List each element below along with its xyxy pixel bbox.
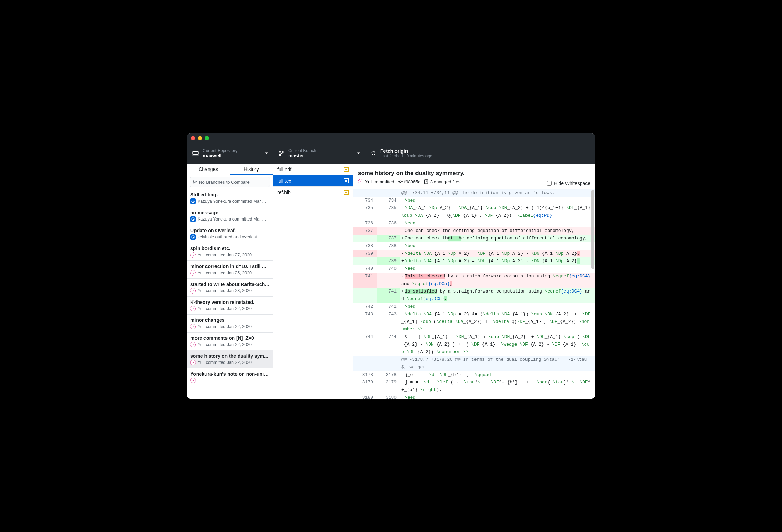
commit-item-meta [190,378,269,383]
commit-item[interactable]: minor changesYuji committed Jan 22, 2020 [187,315,273,332]
commit-item[interactable]: minor correction in d=10. I still do...Y… [187,261,273,279]
diff-line: 31793179 j_m = \d \left( - \tau'\, \DF^-… [353,379,595,394]
svg-rect-0 [193,151,198,154]
commit-item-title: K-theory version reinstated. [190,299,269,305]
commit-item-title: more comments on [N]_Z=0 [190,335,269,341]
diff-line: 740740 \eeq [353,265,595,273]
file-item[interactable]: ref.bib [273,187,353,198]
branch-label: Current Branch [288,148,316,153]
file-item[interactable]: full.pdf [273,164,353,175]
svg-point-5 [193,180,194,181]
commit-item-title: some history on the duality sym... [190,353,269,359]
chevron-down-icon [357,153,360,154]
diff-line: 744744 & = ( \DF_{A_1} - \DN_{A_1} ) \cu… [353,333,595,356]
commit-item-meta: Yuji committed Jan 25, 2020 [190,270,269,276]
commit-item-meta: Yuji committed Jan 22, 2020 [190,342,269,347]
commit-item-meta: Yuji committed Jan 22, 2020 [190,324,269,329]
commit-item[interactable]: spin bordism etc.Yuji committed Jan 27, … [187,243,273,261]
sync-icon [371,151,376,156]
sidebar-tabs: Changes History [187,164,273,175]
diff-line: 741+is satisfied by a straightforward co… [353,288,595,303]
repo-value: maxwell [203,153,238,158]
commit-item-meta: Yuji committed Jan 23, 2020 [190,288,269,294]
svg-point-3 [279,154,281,156]
diff-line: 31803180 \eeq [353,394,595,399]
commit-item-meta: kelvinsie authored and overleaf … [190,234,269,240]
branch-selector[interactable]: Current Branch master [273,143,365,164]
fetch-status: Last fetched 10 minutes ago [380,154,432,158]
diff-line: 734734 \beq [353,197,595,204]
file-name: full.tex [277,178,291,184]
tab-changes[interactable]: Changes [187,164,230,175]
commit-item[interactable]: K-theory version reinstated.Yuji committ… [187,297,273,315]
commit-item[interactable]: no messageKazuya Yonekura committed Mar … [187,207,273,225]
diff-line: 742742 \beq [353,303,595,310]
commit-item-title: no message [190,210,269,215]
commit-list[interactable]: Still editing.Kazuya Yonekura committed … [187,189,273,399]
diff-line: 735735 \DA_{A_1 \Dp A_2} = \DA_{A_1} \cu… [353,204,595,219]
commit-item[interactable]: started to write about Rarita-Sch...Yuji… [187,279,273,297]
diff-line: 737-One can check the defining equation … [353,227,595,235]
diff-line: 737+One can check that the defining equa… [353,235,595,242]
diff-panel: some history on the duality symmetry. Yu… [353,164,595,399]
commit-item[interactable]: Yonekura-kun's note on non-unit... [187,368,273,386]
avatar [190,270,196,276]
compare-branches[interactable]: No Branches to Compare [190,177,270,187]
hide-whitespace-toggle[interactable]: Hide Whitespace [547,181,590,186]
commit-item-title: started to write about Rarita-Sch... [190,282,269,287]
maximize-icon[interactable] [205,136,209,140]
avatar [190,324,196,329]
diff-hunk-header: @@ -3178,7 +3178,26 @@ In terms of the d… [353,356,595,371]
commit-icon [398,179,403,184]
commit-item-title: minor changes [190,317,269,323]
commit-item[interactable]: Update on Overleaf.kelvinsie authored an… [187,225,273,243]
svg-point-4 [282,151,283,153]
commit-item[interactable]: some history on the duality sym...Yuji c… [187,350,273,368]
repo-label: Current Repository [203,148,238,153]
commit-title: some history on the duality symmetry. [358,170,465,177]
close-icon[interactable] [191,136,195,140]
avatar [190,378,196,383]
fetch-button[interactable]: Fetch origin Last fetched 10 minutes ago [365,143,457,164]
sidebar: Changes History No Branches to Compare S… [187,164,273,399]
commit-item-meta: Yuji committed Jan 22, 2020 [190,306,269,311]
diff-line: 736736 \eeq [353,219,595,227]
scrollbar[interactable] [591,190,594,269]
commit-item-meta: Kazuya Yonekura committed Mar … [190,198,269,204]
diff-line: 31783178 j_e = -\d \DF_{b'} , \qquad [353,371,595,379]
app-window: Current Repository maxwell Current Branc… [187,133,595,399]
diff-view[interactable]: @@ -734,11 +734,11 @@ The definition is … [353,189,595,399]
diff-line: 739+\delta \DA_{A_1 \Dp A_2} = \DF_{A_1 … [353,257,595,265]
avatar [190,252,196,258]
branch-icon [193,180,197,185]
commit-sha: f98965c [404,179,420,184]
file-item[interactable]: full.tex [273,175,353,187]
commit-item-title: Update on Overleaf. [190,228,269,233]
diff-hunk-header: @@ -734,11 +734,11 @@ The definition is … [353,189,595,197]
file-diff-icon [424,179,429,184]
toolbar: Current Repository maxwell Current Branc… [187,143,595,164]
avatar [190,234,196,240]
svg-point-2 [279,151,281,152]
modified-icon [344,190,349,195]
avatar [190,288,196,294]
content: Changes History No Branches to Compare S… [187,164,595,399]
hide-whitespace-checkbox[interactable] [547,181,552,186]
commit-item[interactable]: more comments on [N]_Z=0Yuji committed J… [187,332,273,350]
titlebar [187,133,595,143]
repo-selector[interactable]: Current Repository maxwell [187,143,273,164]
diff-line: 743743 \delta \DA_{A_1 \Dp A_2} &= (\del… [353,310,595,333]
avatar [358,179,363,184]
tab-history[interactable]: History [230,164,273,175]
svg-point-11 [399,181,401,182]
file-name: ref.bib [277,190,291,195]
diff-header: some history on the duality symmetry. Yu… [353,164,595,189]
modified-icon [344,178,349,183]
avatar [190,306,196,311]
commit-item-title: Yonekura-kun's note on non-unit... [190,371,269,377]
avatar [190,342,196,347]
diff-line: 739-\delta \DA_{A_1 \Dp A_2} = \DF_{A_1 … [353,250,595,257]
commit-item[interactable]: Still editing.Kazuya Yonekura committed … [187,189,273,207]
avatar [190,198,196,204]
minimize-icon[interactable] [198,136,202,140]
